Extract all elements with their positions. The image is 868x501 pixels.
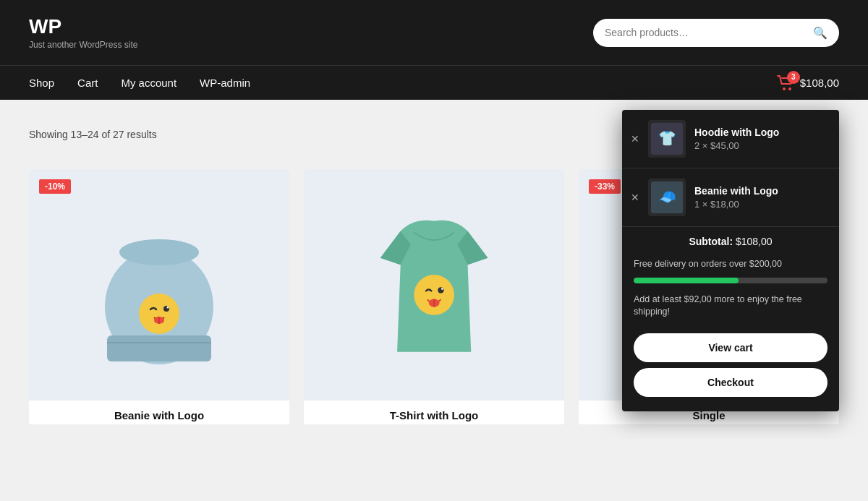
cart-dropdown: ✕ 👕 Hoodie with Logo 2 × $45,00 ✕ — [622, 110, 839, 411]
remove-item-1-button[interactable]: ✕ — [631, 133, 639, 145]
search-icon[interactable]: 🔍 — [813, 26, 827, 40]
cart-total: $108,00 — [800, 77, 839, 89]
cart-item-1-name: Hoodie with Logo — [694, 127, 827, 138]
svg-point-15 — [414, 275, 454, 315]
product-card[interactable]: -10% — [29, 169, 289, 424]
cart-item-1-image: 👕 — [648, 120, 686, 158]
cart-item-2-qty: 1 × $18,00 — [694, 199, 827, 210]
hoodie-icon: 👕 — [651, 123, 683, 155]
product-1-title: Beanie with Logo — [29, 401, 289, 424]
remove-item-2-button[interactable]: ✕ — [631, 192, 639, 203]
cart-area[interactable]: 3 $108,00 ✕ 👕 Hoodie with Logo 2 × $45,0… — [777, 75, 839, 91]
search-input[interactable] — [605, 27, 813, 38]
product-2-image-wrap — [304, 169, 564, 401]
svg-point-16 — [438, 287, 443, 293]
cart-icon-wrap: 3 — [777, 75, 796, 91]
product-3-badge: -33% — [589, 179, 621, 194]
cart-item-2-name: Beanie with Logo — [694, 185, 827, 197]
nav-cart[interactable]: Cart — [77, 77, 98, 89]
cart-badge: 3 — [787, 71, 800, 84]
search-bar[interactable]: 🔍 — [593, 19, 839, 47]
svg-point-10 — [139, 294, 179, 334]
svg-point-9 — [119, 239, 199, 265]
product-1-image-wrap: -10% — [29, 169, 289, 401]
delivery-progress-fill — [634, 278, 739, 283]
svg-point-0 — [783, 87, 786, 90]
view-cart-button[interactable]: View cart — [634, 333, 827, 362]
nav-my-account[interactable]: My account — [121, 77, 176, 89]
svg-text:🧢: 🧢 — [658, 188, 676, 205]
beanie-product-image — [80, 191, 239, 379]
product-card[interactable]: T-Shirt with Logo — [304, 169, 564, 424]
product-1-badge: -10% — [39, 179, 71, 194]
cart-item-2-image: 🧢 — [648, 179, 686, 216]
delivery-progress-bar — [634, 278, 827, 283]
nav-shop[interactable]: Shop — [29, 77, 54, 89]
navigation: Shop Cart My account WP-admin 3 $108,00 … — [0, 65, 868, 100]
site-subtitle: Just another WordPress site — [29, 40, 138, 50]
site-title: WP — [29, 15, 138, 38]
cart-shipping-message: Add at least $92,00 more to enjoy the fr… — [622, 289, 839, 327]
subtotal-label: Subtotal: — [689, 236, 733, 247]
subtotal-value: $108,00 — [736, 236, 773, 247]
checkout-button[interactable]: Checkout — [634, 368, 827, 397]
tshirt-product-image — [360, 191, 508, 379]
cart-item-1-qty: 2 × $45,00 — [694, 140, 827, 151]
cart-delivery-message: Free delivery on orders over $200,00 — [622, 253, 839, 272]
results-info: Showing 13–24 of 27 results — [29, 129, 157, 140]
cart-item-2-info: Beanie with Logo 1 × $18,00 — [694, 185, 827, 210]
header: WP Just another WordPress site 🔍 — [0, 0, 868, 65]
svg-rect-7 — [107, 335, 211, 361]
cart-item: ✕ 👕 Hoodie with Logo 2 × $45,00 — [622, 110, 839, 168]
beanie-icon: 🧢 — [651, 181, 683, 213]
svg-point-12 — [167, 307, 169, 309]
nav-wp-admin[interactable]: WP-admin — [200, 77, 250, 89]
logo-area: WP Just another WordPress site — [29, 15, 138, 50]
svg-text:👕: 👕 — [658, 129, 676, 147]
svg-point-1 — [788, 87, 791, 90]
cart-subtotal: Subtotal: $108,00 — [622, 227, 839, 253]
cart-item-1-info: Hoodie with Logo 2 × $45,00 — [694, 127, 827, 151]
svg-point-17 — [441, 288, 443, 290]
cart-item: ✕ 🧢 Beanie with Logo 1 × $18,00 — [622, 168, 839, 227]
product-2-title: T-Shirt with Logo — [304, 401, 564, 424]
